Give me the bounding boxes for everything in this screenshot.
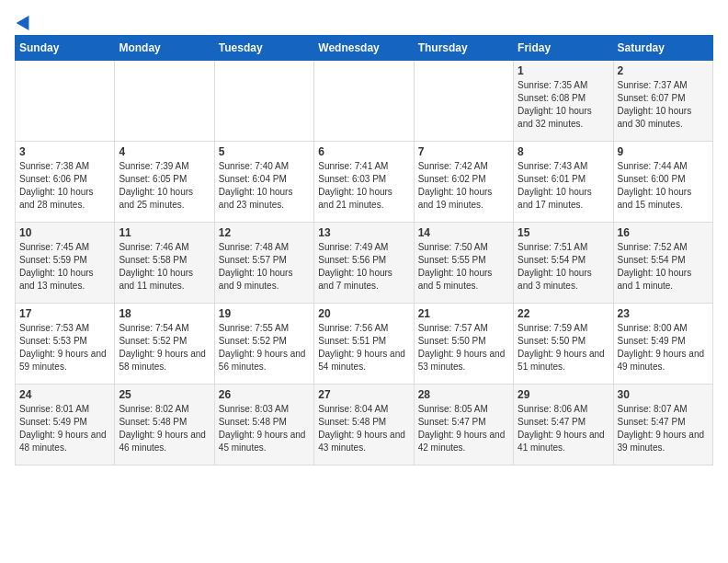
day-number: 8 — [518, 145, 609, 158]
day-info: Sunrise: 7:50 AM Sunset: 5:55 PM Dayligh… — [418, 241, 509, 293]
day-info: Sunrise: 7:37 AM Sunset: 6:07 PM Dayligh… — [618, 79, 709, 131]
day-info: Sunrise: 7:42 AM Sunset: 6:02 PM Dayligh… — [418, 160, 509, 212]
calendar-day-cell: 6Sunrise: 7:41 AM Sunset: 6:03 PM Daylig… — [314, 142, 414, 223]
calendar-day-cell: 7Sunrise: 7:42 AM Sunset: 6:02 PM Daylig… — [414, 142, 513, 223]
day-number: 26 — [219, 388, 310, 401]
weekday-header: Sunday — [16, 36, 115, 61]
day-info: Sunrise: 7:52 AM Sunset: 5:54 PM Dayligh… — [618, 241, 709, 293]
day-number: 3 — [19, 145, 110, 158]
calendar-day-cell: 1Sunrise: 7:35 AM Sunset: 6:08 PM Daylig… — [514, 61, 613, 142]
calendar-day-cell: 17Sunrise: 7:53 AM Sunset: 5:53 PM Dayli… — [16, 304, 115, 385]
calendar-day-cell: 12Sunrise: 7:48 AM Sunset: 5:57 PM Dayli… — [214, 223, 313, 304]
calendar-day-cell: 29Sunrise: 8:06 AM Sunset: 5:47 PM Dayli… — [514, 385, 613, 465]
day-info: Sunrise: 7:54 AM Sunset: 5:52 PM Dayligh… — [119, 322, 210, 373]
day-number: 25 — [119, 388, 210, 401]
day-number: 20 — [318, 307, 409, 320]
calendar-day-cell: 18Sunrise: 7:54 AM Sunset: 5:52 PM Dayli… — [115, 304, 214, 385]
calendar-day-cell: 25Sunrise: 8:02 AM Sunset: 5:48 PM Dayli… — [115, 385, 214, 465]
day-info: Sunrise: 7:39 AM Sunset: 6:05 PM Dayligh… — [119, 160, 210, 212]
calendar-day-cell: 19Sunrise: 7:55 AM Sunset: 5:52 PM Dayli… — [214, 304, 313, 385]
day-number: 12 — [219, 226, 310, 239]
day-info: Sunrise: 8:04 AM Sunset: 5:48 PM Dayligh… — [318, 403, 409, 454]
calendar-day-cell: 14Sunrise: 7:50 AM Sunset: 5:55 PM Dayli… — [414, 223, 513, 304]
calendar-day-cell: 21Sunrise: 7:57 AM Sunset: 5:50 PM Dayli… — [414, 304, 513, 385]
calendar-table: SundayMondayTuesdayWednesdayThursdayFrid… — [15, 35, 713, 465]
weekday-header: Monday — [115, 36, 214, 61]
page-header — [15, 15, 713, 28]
calendar-day-cell — [16, 61, 115, 142]
calendar-day-cell: 20Sunrise: 7:56 AM Sunset: 5:51 PM Dayli… — [314, 304, 414, 385]
day-info: Sunrise: 7:44 AM Sunset: 6:00 PM Dayligh… — [618, 160, 709, 212]
logo-blue-text — [15, 15, 33, 28]
day-number: 30 — [618, 388, 709, 401]
calendar-day-cell: 30Sunrise: 8:07 AM Sunset: 5:47 PM Dayli… — [613, 385, 712, 465]
calendar-day-cell: 9Sunrise: 7:44 AM Sunset: 6:00 PM Daylig… — [613, 142, 712, 223]
calendar-day-cell: 16Sunrise: 7:52 AM Sunset: 5:54 PM Dayli… — [613, 223, 712, 304]
logo-triangle-icon — [17, 12, 36, 30]
day-number: 9 — [618, 145, 709, 158]
weekday-header: Tuesday — [214, 36, 313, 61]
calendar-day-cell — [115, 61, 214, 142]
day-number: 6 — [318, 145, 409, 158]
calendar-day-cell: 11Sunrise: 7:46 AM Sunset: 5:58 PM Dayli… — [115, 223, 214, 304]
calendar-day-cell: 4Sunrise: 7:39 AM Sunset: 6:05 PM Daylig… — [115, 142, 214, 223]
calendar-day-cell: 23Sunrise: 8:00 AM Sunset: 5:49 PM Dayli… — [613, 304, 712, 385]
weekday-header: Wednesday — [314, 36, 414, 61]
day-number: 13 — [318, 226, 409, 239]
calendar-day-cell: 8Sunrise: 7:43 AM Sunset: 6:01 PM Daylig… — [514, 142, 613, 223]
day-info: Sunrise: 7:59 AM Sunset: 5:50 PM Dayligh… — [518, 322, 609, 373]
day-number: 28 — [418, 388, 509, 401]
day-number: 27 — [318, 388, 409, 401]
calendar-day-cell: 2Sunrise: 7:37 AM Sunset: 6:07 PM Daylig… — [613, 61, 712, 142]
calendar-day-cell — [414, 61, 513, 142]
calendar-day-cell: 26Sunrise: 8:03 AM Sunset: 5:48 PM Dayli… — [214, 385, 313, 465]
day-info: Sunrise: 7:46 AM Sunset: 5:58 PM Dayligh… — [119, 241, 210, 293]
day-number: 18 — [119, 307, 210, 320]
calendar-day-cell: 3Sunrise: 7:38 AM Sunset: 6:06 PM Daylig… — [16, 142, 115, 223]
calendar-week-row: 3Sunrise: 7:38 AM Sunset: 6:06 PM Daylig… — [16, 142, 713, 223]
calendar-day-cell: 24Sunrise: 8:01 AM Sunset: 5:49 PM Dayli… — [16, 385, 115, 465]
day-number: 7 — [418, 145, 509, 158]
day-number: 5 — [219, 145, 310, 158]
calendar-day-cell: 22Sunrise: 7:59 AM Sunset: 5:50 PM Dayli… — [514, 304, 613, 385]
calendar-day-cell: 5Sunrise: 7:40 AM Sunset: 6:04 PM Daylig… — [214, 142, 313, 223]
day-info: Sunrise: 8:01 AM Sunset: 5:49 PM Dayligh… — [19, 403, 110, 454]
logo — [15, 15, 33, 28]
day-info: Sunrise: 7:41 AM Sunset: 6:03 PM Dayligh… — [318, 160, 409, 212]
day-info: Sunrise: 8:03 AM Sunset: 5:48 PM Dayligh… — [219, 403, 310, 454]
day-info: Sunrise: 7:40 AM Sunset: 6:04 PM Dayligh… — [219, 160, 310, 212]
calendar-day-cell — [214, 61, 313, 142]
day-number: 15 — [518, 226, 609, 239]
calendar-day-cell: 10Sunrise: 7:45 AM Sunset: 5:59 PM Dayli… — [16, 223, 115, 304]
day-number: 17 — [19, 307, 110, 320]
day-info: Sunrise: 7:49 AM Sunset: 5:56 PM Dayligh… — [318, 241, 409, 293]
day-number: 1 — [518, 64, 609, 77]
day-info: Sunrise: 7:43 AM Sunset: 6:01 PM Dayligh… — [518, 160, 609, 212]
calendar-day-cell — [314, 61, 414, 142]
day-info: Sunrise: 7:35 AM Sunset: 6:08 PM Dayligh… — [518, 79, 609, 131]
calendar-week-row: 17Sunrise: 7:53 AM Sunset: 5:53 PM Dayli… — [16, 304, 713, 385]
day-number: 23 — [618, 307, 709, 320]
day-number: 29 — [518, 388, 609, 401]
day-number: 19 — [219, 307, 310, 320]
day-info: Sunrise: 7:53 AM Sunset: 5:53 PM Dayligh… — [19, 322, 110, 373]
day-number: 22 — [518, 307, 609, 320]
day-number: 4 — [119, 145, 210, 158]
day-number: 10 — [19, 226, 110, 239]
day-info: Sunrise: 7:55 AM Sunset: 5:52 PM Dayligh… — [219, 322, 310, 373]
weekday-header: Thursday — [414, 36, 513, 61]
calendar-day-cell: 28Sunrise: 8:05 AM Sunset: 5:47 PM Dayli… — [414, 385, 513, 465]
calendar-week-row: 24Sunrise: 8:01 AM Sunset: 5:49 PM Dayli… — [16, 385, 713, 465]
calendar-week-row: 10Sunrise: 7:45 AM Sunset: 5:59 PM Dayli… — [16, 223, 713, 304]
day-info: Sunrise: 8:00 AM Sunset: 5:49 PM Dayligh… — [618, 322, 709, 373]
day-info: Sunrise: 7:45 AM Sunset: 5:59 PM Dayligh… — [19, 241, 110, 293]
day-info: Sunrise: 7:56 AM Sunset: 5:51 PM Dayligh… — [318, 322, 409, 373]
day-number: 14 — [418, 226, 509, 239]
day-info: Sunrise: 7:38 AM Sunset: 6:06 PM Dayligh… — [19, 160, 110, 212]
day-info: Sunrise: 7:57 AM Sunset: 5:50 PM Dayligh… — [418, 322, 509, 373]
day-info: Sunrise: 8:02 AM Sunset: 5:48 PM Dayligh… — [119, 403, 210, 454]
day-info: Sunrise: 8:05 AM Sunset: 5:47 PM Dayligh… — [418, 403, 509, 454]
day-info: Sunrise: 7:51 AM Sunset: 5:54 PM Dayligh… — [518, 241, 609, 293]
day-number: 16 — [618, 226, 709, 239]
calendar-day-cell: 15Sunrise: 7:51 AM Sunset: 5:54 PM Dayli… — [514, 223, 613, 304]
